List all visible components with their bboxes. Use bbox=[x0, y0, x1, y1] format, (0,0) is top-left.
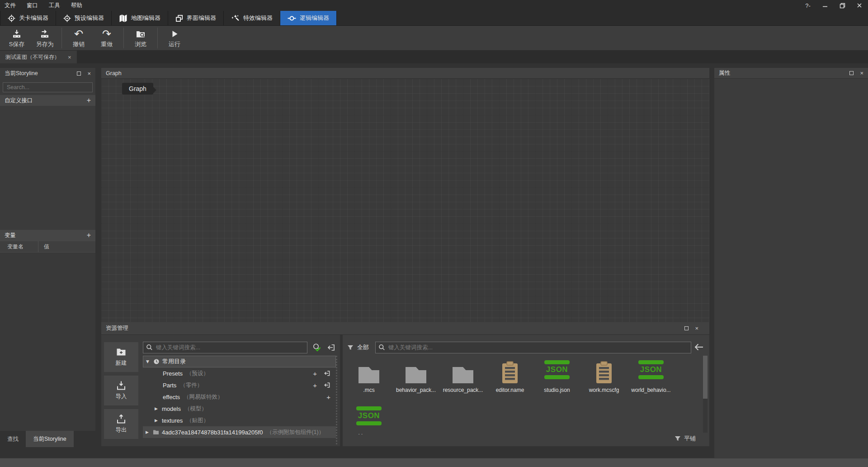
add-interface-button[interactable]: + bbox=[87, 97, 91, 104]
search-icon bbox=[378, 344, 385, 351]
locate-in-tree-icon[interactable] bbox=[326, 343, 335, 352]
new-button[interactable]: 新建 bbox=[104, 342, 138, 372]
tree-item-models[interactable]: ▶ models （模型） bbox=[143, 403, 336, 415]
editor-tab-preset[interactable]: 预设编辑器 bbox=[56, 11, 112, 25]
back-arrow-icon[interactable] bbox=[694, 343, 704, 351]
browse-button[interactable]: 浏览 bbox=[127, 26, 155, 50]
storyline-search-input[interactable] bbox=[3, 82, 93, 92]
file-item[interactable]: behavior_pack... bbox=[392, 356, 439, 400]
maximize-panel-icon[interactable] bbox=[684, 326, 689, 330]
graph-canvas[interactable]: Graph bbox=[101, 79, 709, 322]
file-name: editor.name bbox=[496, 387, 524, 393]
file-item[interactable]: JSON world_resourc... bbox=[345, 402, 392, 434]
custom-interface-header: 自定义接口 + bbox=[0, 95, 95, 106]
resource-tree: ▼ 常用目录 Presets （预设） bbox=[143, 356, 337, 444]
editor-tab-logic[interactable]: 逻辑编辑器 bbox=[280, 11, 337, 25]
chevron-right-icon[interactable]: ▶ bbox=[146, 430, 153, 434]
editor-tab-label: 逻辑编辑器 bbox=[300, 14, 329, 22]
close-button[interactable] bbox=[851, 0, 868, 11]
clock-icon bbox=[153, 358, 160, 365]
file-item[interactable]: .mcs bbox=[345, 356, 392, 400]
document-tab[interactable]: 测试蓝图（不可保存） × bbox=[0, 51, 77, 63]
save-label: S保存 bbox=[9, 40, 25, 48]
scrollbar[interactable] bbox=[703, 356, 708, 433]
browse-label: 浏览 bbox=[135, 40, 146, 48]
tree-item-effects[interactable]: effects （网易版特效） + bbox=[143, 391, 336, 403]
tree-item-addon-pack[interactable]: ▶ 4adc37ea18474878b31fa14199a205f0 （示例附加… bbox=[143, 426, 336, 438]
menu-file[interactable]: 文件 bbox=[5, 2, 16, 10]
maximize-panel-icon[interactable] bbox=[849, 71, 854, 75]
editor-tab-level[interactable]: 关卡编辑器 bbox=[0, 11, 56, 25]
add-icon[interactable]: + bbox=[313, 382, 317, 389]
file-search-input[interactable] bbox=[375, 342, 691, 353]
wand-icon bbox=[231, 14, 240, 23]
file-item[interactable]: editor.name bbox=[486, 356, 533, 400]
chevron-down-icon[interactable]: ▼ bbox=[146, 359, 153, 364]
run-button[interactable]: 运行 bbox=[160, 26, 189, 50]
node-icon bbox=[288, 14, 296, 23]
restore-button[interactable] bbox=[834, 0, 851, 11]
minimize-button[interactable] bbox=[816, 0, 834, 11]
close-icon[interactable]: × bbox=[68, 54, 71, 61]
maximize-panel-icon[interactable] bbox=[77, 71, 81, 76]
close-panel-icon[interactable]: × bbox=[860, 70, 863, 76]
editor-tab-effects[interactable]: 特效编辑器 bbox=[224, 11, 280, 25]
resource-search-input[interactable] bbox=[143, 342, 307, 353]
properties-panel-title: 属性 bbox=[719, 69, 730, 77]
run-label: 运行 bbox=[169, 40, 180, 48]
save-icon bbox=[12, 29, 22, 39]
import-button[interactable]: 导入 bbox=[104, 376, 138, 405]
file-item[interactable]: JSON studio.json bbox=[533, 356, 580, 400]
add-variable-button[interactable]: + bbox=[87, 232, 91, 239]
filter-all-label[interactable]: 全部 bbox=[357, 343, 369, 352]
tree-item-textures[interactable]: ▶ textures （贴图） bbox=[143, 415, 336, 426]
file-item[interactable]: resource_pack... bbox=[439, 356, 486, 400]
locate-icon[interactable] bbox=[323, 370, 330, 377]
add-icon[interactable]: + bbox=[313, 370, 317, 377]
filter-funnel-icon bbox=[675, 435, 681, 442]
json-bar bbox=[356, 421, 382, 425]
tree-item-common-dirs[interactable]: ▼ 常用目录 bbox=[143, 356, 336, 367]
save-as-label: 另存为 bbox=[36, 40, 54, 48]
close-panel-icon[interactable]: × bbox=[695, 325, 698, 331]
undo-button[interactable]: ↶ 撤销 bbox=[65, 26, 93, 50]
variables-list bbox=[0, 253, 95, 431]
editor-tab-ui[interactable]: 界面编辑器 bbox=[168, 11, 224, 25]
graph-panel-title: Graph bbox=[106, 70, 122, 76]
save-button[interactable]: S保存 bbox=[3, 26, 31, 50]
add-icon[interactable]: + bbox=[326, 394, 330, 400]
tree-item-parts[interactable]: Parts （零件） + bbox=[143, 379, 336, 391]
locate-icon[interactable] bbox=[323, 381, 330, 389]
file-item[interactable]: work.mcscfg bbox=[580, 356, 627, 400]
folder-icon bbox=[153, 429, 159, 435]
tab-current-storyline[interactable]: 当前Storyline bbox=[26, 431, 74, 447]
menu-window[interactable]: 窗口 bbox=[27, 2, 38, 10]
filter-funnel-icon[interactable] bbox=[347, 344, 354, 351]
redo-button[interactable]: ↷ 重做 bbox=[93, 26, 121, 50]
editor-tab-map[interactable]: 地图编辑器 bbox=[112, 11, 168, 25]
chevron-right-icon[interactable]: ▶ bbox=[155, 418, 162, 423]
custom-interface-label: 自定义接口 bbox=[5, 97, 33, 105]
chevron-right-icon[interactable]: ▶ bbox=[155, 406, 162, 411]
file-name: work.mcscfg bbox=[589, 387, 619, 393]
file-item[interactable]: JSON world_behavio... bbox=[627, 356, 675, 400]
resource-actions: 新建 导入 bbox=[104, 342, 138, 439]
properties-panel: 属性 × bbox=[714, 68, 868, 458]
menu-help[interactable]: 帮助 bbox=[71, 2, 82, 10]
search-check-icon[interactable] bbox=[312, 343, 322, 353]
tree-item-annotation: （贴图） bbox=[186, 417, 209, 424]
folder-search-icon bbox=[136, 29, 146, 39]
json-word: JSON bbox=[640, 364, 662, 375]
tree-item-presets[interactable]: Presets （预设） + bbox=[143, 367, 336, 379]
view-mode-control[interactable]: 平铺 bbox=[675, 434, 696, 443]
scrollbar-thumb[interactable] bbox=[703, 356, 708, 399]
file-name: world_behavio... bbox=[631, 387, 670, 393]
workspace: 当前Storyline × 自定义接口 + 变量 + 变量名 值 bbox=[0, 63, 868, 458]
tab-find[interactable]: 查找 bbox=[0, 431, 26, 447]
context-help-button[interactable]: ?- bbox=[799, 0, 816, 11]
ui-windows-icon bbox=[175, 14, 183, 22]
close-panel-icon[interactable]: × bbox=[87, 71, 91, 76]
menu-tools[interactable]: 工具 bbox=[49, 2, 60, 10]
save-as-button[interactable]: 另存为 bbox=[31, 26, 59, 50]
export-button[interactable]: 导出 bbox=[104, 409, 138, 439]
